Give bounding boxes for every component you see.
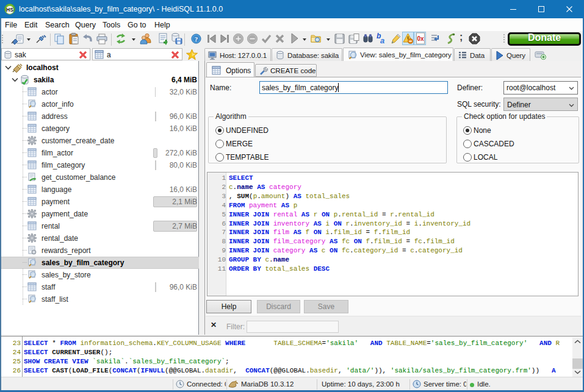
svg-text:0x: 0x (417, 35, 424, 42)
svg-text:HS: HS (6, 7, 13, 13)
svg-text:?: ? (195, 35, 198, 43)
